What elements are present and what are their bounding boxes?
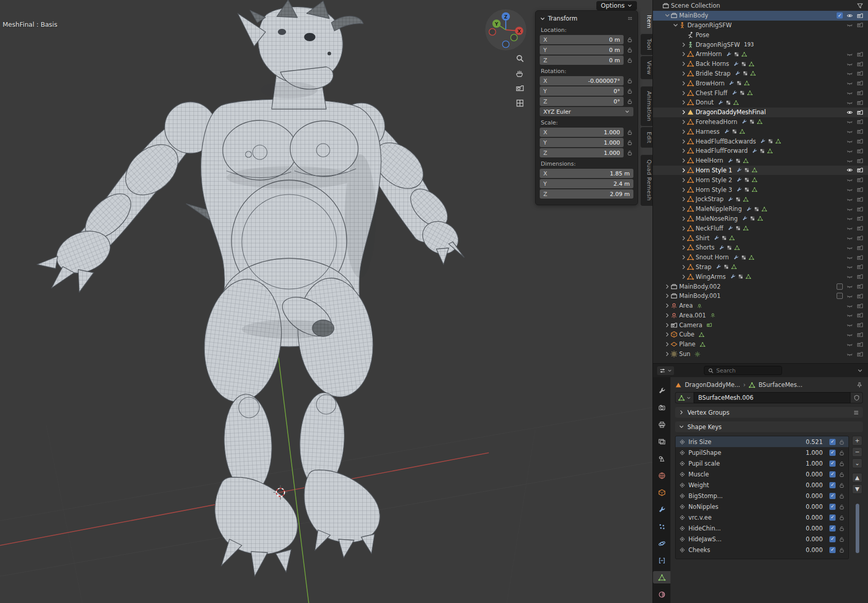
expand-toggle-icon[interactable] (664, 351, 670, 357)
shape-key-row[interactable]: BigStomp...0.000✓ (676, 490, 848, 501)
expand-toggle-icon[interactable] (664, 322, 670, 328)
render-visibility-icon[interactable] (857, 331, 863, 338)
render-visibility-icon[interactable] (857, 303, 863, 309)
outliner-row[interactable]: WingArms (653, 272, 868, 281)
render-visibility-icon[interactable] (857, 157, 863, 164)
outliner-row[interactable]: Shorts (653, 243, 868, 253)
render-visibility-icon[interactable] (857, 128, 863, 135)
eye-icon[interactable] (846, 12, 853, 19)
shape-key-row[interactable]: NoNipples0.000✓ (676, 501, 848, 512)
render-visibility-icon[interactable] (857, 322, 863, 328)
render-visibility-icon[interactable] (857, 263, 863, 270)
collection-checkbox[interactable] (837, 283, 843, 290)
lock-icon[interactable] (627, 78, 633, 84)
properties-tab-material[interactable] (653, 588, 670, 600)
outliner-row[interactable]: MainBody.002 (653, 281, 868, 291)
transform-field-y[interactable]: Y2.4 m (540, 179, 633, 188)
shape-key-value[interactable]: 0.000 (806, 482, 823, 489)
render-visibility-icon[interactable] (857, 341, 863, 348)
expand-toggle-icon[interactable] (681, 206, 687, 212)
render-visibility-icon[interactable] (857, 186, 863, 193)
outliner-row[interactable]: DragonRigSFW193 (653, 40, 868, 49)
eye-closed-icon[interactable] (846, 196, 853, 203)
options-dropdown-button[interactable]: Options (596, 1, 637, 10)
eye-closed-icon[interactable] (846, 148, 853, 154)
eye-closed-icon[interactable] (846, 138, 853, 145)
search-input[interactable] (716, 367, 778, 374)
lock-icon[interactable] (627, 57, 633, 63)
collapse-chevron-icon[interactable] (540, 16, 545, 22)
section-menu-icon[interactable] (853, 410, 859, 416)
transform-field-x[interactable]: X0 m (540, 35, 624, 44)
properties-tab-output[interactable] (653, 418, 670, 431)
properties-tab-view-layer[interactable] (653, 435, 670, 448)
outliner-row[interactable]: Cube (653, 330, 868, 340)
render-visibility-icon[interactable] (857, 70, 863, 77)
render-visibility-icon[interactable] (857, 312, 863, 318)
shape-key-value[interactable]: 0.000 (806, 471, 823, 478)
expand-toggle-icon[interactable] (681, 196, 687, 202)
eye-closed-icon[interactable] (846, 51, 853, 58)
transform-field-z[interactable]: Z0 m (540, 56, 624, 65)
lock-icon[interactable] (627, 139, 633, 146)
properties-tab-world[interactable] (653, 469, 670, 482)
outliner-row[interactable]: Shirt (653, 233, 868, 243)
render-visibility-icon[interactable] (857, 196, 863, 203)
expand-toggle-icon[interactable] (681, 167, 687, 173)
view-orientation-gizmo[interactable]: Z Y X (484, 8, 527, 51)
shape-key-checkbox[interactable]: ✓ (829, 536, 836, 542)
outliner-row[interactable]: Scene Collection (653, 1, 868, 11)
expand-toggle-icon[interactable] (681, 274, 687, 280)
eye-closed-icon[interactable] (846, 70, 853, 77)
shape-key-row[interactable]: Pupil scale1.000✓ (676, 458, 848, 469)
expand-toggle-icon[interactable] (681, 119, 687, 125)
collection-checkbox[interactable]: ✓ (837, 12, 843, 19)
render-visibility-icon[interactable] (857, 283, 863, 290)
outliner-row[interactable]: BrowHorn (653, 78, 868, 88)
shape-key-lock-icon[interactable] (839, 525, 845, 531)
render-visibility-icon[interactable] (857, 61, 863, 67)
shape-key-checkbox[interactable]: ✓ (829, 525, 836, 531)
render-visibility-icon[interactable] (857, 273, 863, 280)
shape-key-value[interactable]: 0.000 (806, 546, 823, 554)
shape-key-checkbox[interactable]: ✓ (829, 493, 836, 499)
eye-closed-icon[interactable] (846, 263, 853, 270)
render-visibility-icon[interactable] (857, 244, 863, 251)
shape-key-lock-icon[interactable] (839, 493, 845, 499)
properties-search-box[interactable] (704, 366, 782, 375)
shape-key-checkbox[interactable]: ✓ (829, 504, 836, 510)
gizmo-x-label[interactable]: X (518, 29, 521, 34)
outliner-row[interactable]: Chest Fluff (653, 88, 868, 98)
expand-toggle-icon[interactable] (664, 312, 670, 318)
expand-toggle-icon[interactable] (681, 42, 687, 48)
outliner-row[interactable]: MainBody✓ (653, 11, 868, 21)
expand-toggle-icon[interactable] (681, 99, 687, 105)
transform-field-x[interactable]: X1.85 m (540, 169, 633, 178)
transform-field-z[interactable]: Z1.000 (540, 148, 624, 157)
npanel-tab-quad-remesh[interactable]: Quad Remesh (641, 155, 652, 205)
eye-closed-icon[interactable] (846, 186, 853, 193)
properties-tab-scene[interactable] (653, 452, 670, 465)
shape-key-checkbox[interactable]: ✓ (829, 515, 836, 521)
eye-closed-icon[interactable] (846, 176, 853, 183)
datablock-type-combo[interactable] (675, 392, 694, 403)
eye-closed-icon[interactable] (846, 322, 853, 328)
eye-closed-icon[interactable] (846, 351, 853, 358)
transform-field-x[interactable]: X1.000 (540, 128, 624, 137)
shape-key-value[interactable]: 0.521 (806, 438, 823, 446)
header-menu-chevron-icon[interactable] (857, 368, 863, 374)
remove-shape-key-button[interactable]: − (852, 447, 862, 457)
expand-toggle-icon[interactable] (681, 138, 687, 145)
move-shape-key-up-button[interactable]: ▲ (852, 473, 862, 483)
transform-field-x[interactable]: X-0.000007° (540, 76, 624, 85)
outliner-row[interactable]: Snout Horn (653, 253, 868, 262)
outliner-row[interactable]: NeckFluff (653, 223, 868, 233)
shape-key-value[interactable]: 0.000 (806, 492, 823, 500)
vertex-groups-section-header[interactable]: Vertex Groups (675, 407, 863, 418)
eye-closed-icon[interactable] (846, 303, 853, 309)
outliner-row[interactable]: Harness (653, 127, 868, 136)
expand-toggle-icon[interactable] (681, 70, 687, 77)
datablock-name-field[interactable] (694, 392, 851, 403)
render-visibility-icon[interactable] (857, 90, 863, 96)
expand-toggle-icon[interactable] (681, 177, 687, 183)
